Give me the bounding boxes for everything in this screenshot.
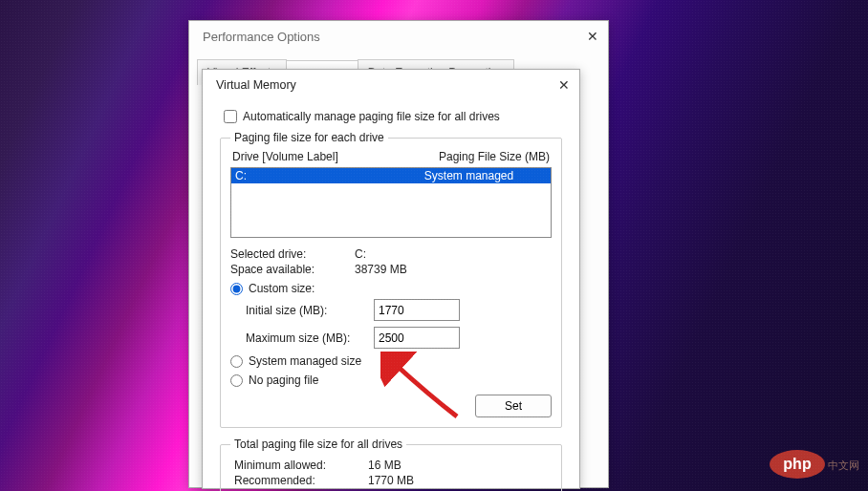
performance-options-titlebar: Performance Options ✕ [189,21,608,52]
header-drive: Drive [Volume Label] [232,150,338,163]
recommended-value: 1770 MB [368,474,552,487]
auto-manage-checkbox-row[interactable]: Automatically manage paging file size fo… [224,110,562,123]
header-size: Paging File Size (MB) [439,150,550,163]
radio-custom-size-label: Custom size: [249,282,315,295]
space-available-value: 38739 MB [355,263,552,276]
virtual-memory-titlebar: Virtual Memory ✕ [203,70,579,100]
radio-no-paging-input[interactable] [230,374,243,387]
drive-row[interactable]: C: System managed [231,168,551,183]
close-icon[interactable]: ✕ [558,77,570,93]
minimum-allowed-value: 16 MB [368,459,552,472]
set-button[interactable]: Set [475,395,552,417]
radio-system-managed[interactable]: System managed size [230,354,552,368]
initial-size-label: Initial size (MB): [246,304,370,317]
radio-custom-size[interactable]: Custom size: [230,282,552,295]
space-available-label: Space available: [230,263,355,276]
selected-drive-value: C: [355,247,552,261]
paging-file-legend: Paging file size for each drive [230,131,388,144]
php-watermark-icon: php 中文网 [769,447,862,481]
totals-group: Total paging file size for all drives Mi… [220,438,562,491]
performance-options-title: Performance Options [203,30,320,44]
totals-legend: Total paging file size for all drives [230,438,406,451]
radio-system-managed-input[interactable] [230,355,243,368]
selected-drive-info: Selected drive: C: Space available: 3873… [230,247,552,276]
paging-file-group: Paging file size for each drive Drive [V… [220,131,562,428]
recommended-label: Recommended: [234,474,368,487]
auto-manage-label: Automatically manage paging file size fo… [243,110,500,123]
auto-manage-checkbox[interactable] [224,110,237,123]
radio-system-managed-label: System managed size [249,354,361,368]
initial-size-input[interactable] [374,299,460,321]
virtual-memory-title: Virtual Memory [216,78,296,92]
drive-list-headers: Drive [Volume Label] Paging File Size (M… [230,148,552,165]
selected-drive-label: Selected drive: [230,247,355,261]
drive-list[interactable]: C: System managed [230,167,552,238]
virtual-memory-dialog: Virtual Memory ✕ Automatically manage pa… [202,69,580,489]
radio-no-paging-label: No paging file [249,374,318,387]
radio-no-paging[interactable]: No paging file [230,374,552,387]
svg-text:php: php [783,456,812,472]
drive-row-drive: C: [235,169,391,182]
svg-text:中文网: 中文网 [828,459,859,471]
close-icon[interactable]: ✕ [587,29,598,44]
svg-point-0 [770,450,825,479]
drive-row-size: System managed [391,169,547,182]
maximum-size-input[interactable] [374,327,460,349]
radio-custom-size-input[interactable] [230,283,243,295]
maximum-size-label: Maximum size (MB): [246,331,370,345]
minimum-allowed-label: Minimum allowed: [234,459,368,472]
